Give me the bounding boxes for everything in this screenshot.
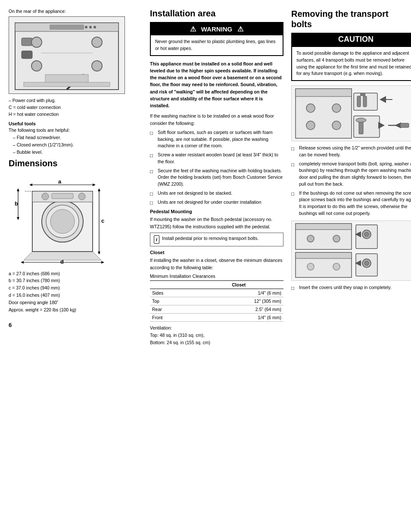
svg-text:a: a bbox=[58, 178, 62, 185]
legend-item-3: H = hot water connection bbox=[9, 111, 142, 118]
bold-paragraph: This appliance must be installed on a so… bbox=[150, 60, 283, 109]
caution-container: CAUTION To avoid possible damage to the … bbox=[291, 33, 411, 81]
warning-triangle-right: ⚠ bbox=[237, 25, 243, 33]
table-row: Top 12" (305 mm) bbox=[150, 297, 283, 305]
tool-item-1: Flat head screwdriver. bbox=[9, 134, 142, 141]
warning-header: ⚠ WARNING ⚠ bbox=[151, 23, 283, 35]
transport-diagram-top bbox=[291, 85, 411, 141]
dim-c: c = 37.0 inches (940 mm) bbox=[9, 284, 142, 292]
legend-list: – Power cord with plug. C = cold water c… bbox=[9, 97, 142, 118]
row-label-front: Front bbox=[150, 313, 194, 321]
legend-item-2: C = cold water connection bbox=[9, 104, 142, 111]
tools-list: Flat head screwdriver. Closed wrench (1/… bbox=[9, 134, 142, 156]
transport-check-3: If the bushings do not come out when rem… bbox=[291, 190, 411, 217]
dim-d: d = 16.0 inches (407 mm) bbox=[9, 292, 142, 299]
svg-rect-13 bbox=[45, 75, 88, 83]
svg-rect-49 bbox=[363, 96, 367, 107]
right-column: Removing the transport bolts CAUTION To … bbox=[291, 9, 411, 346]
svg-rect-2 bbox=[50, 25, 84, 30]
dimensions-list: a = 27.0 inches (686 mm) b = 30.7 inches… bbox=[9, 270, 142, 314]
warning-triangle-left: ⚠ bbox=[190, 25, 196, 33]
svg-marker-25 bbox=[29, 184, 32, 186]
svg-text:c: c bbox=[101, 218, 104, 224]
useful-tools-title: Useful tools bbox=[9, 121, 142, 126]
svg-rect-22 bbox=[52, 193, 73, 199]
closet-table: Closet Sides 1/4" (6 mm) Top 12" (305 mm… bbox=[150, 280, 283, 322]
svg-rect-60 bbox=[400, 123, 409, 128]
info-box: i Install pedestal prior to removing tra… bbox=[150, 233, 283, 247]
warning-body: Never ground the washer to plastic plumb… bbox=[151, 35, 283, 55]
closet-caption: Minimum Installation Clearances bbox=[150, 274, 283, 279]
svg-marker-38 bbox=[21, 261, 24, 264]
tool-item-2: Closed wrench (1/2"/13mm). bbox=[9, 141, 142, 149]
table-row: Rear 2.5" (64 mm) bbox=[150, 305, 283, 313]
svg-point-11 bbox=[92, 61, 102, 71]
title-line2: bolts bbox=[291, 19, 312, 29]
table-row: Sides 1/4" (6 mm) bbox=[150, 289, 283, 297]
transport-check-2: completely remove transport bolts (bolt,… bbox=[291, 161, 411, 188]
normal-paragraph: If the washing machine is to be installe… bbox=[150, 112, 283, 127]
svg-marker-35 bbox=[98, 252, 100, 255]
warning-box: ⚠ WARNING ⚠ Never ground the washer to p… bbox=[150, 22, 283, 56]
caution-header: CAUTION bbox=[291, 33, 411, 46]
check-item-5: Units are not designed for under counter… bbox=[150, 199, 283, 206]
svg-point-72 bbox=[333, 263, 340, 270]
svg-rect-14 bbox=[24, 82, 110, 87]
row-value-front: 1/4" (6 mm) bbox=[194, 313, 283, 321]
installation-area-title: Installation area bbox=[150, 9, 283, 19]
svg-point-55 bbox=[356, 118, 366, 122]
svg-point-9 bbox=[92, 37, 102, 47]
appliance-rear-diagram bbox=[9, 16, 125, 94]
svg-point-43 bbox=[306, 104, 315, 112]
svg-marker-31 bbox=[17, 217, 19, 220]
svg-point-64 bbox=[333, 235, 340, 242]
left-column: On the rear of the appliance: bbox=[9, 9, 142, 346]
svg-marker-26 bbox=[93, 184, 96, 186]
svg-rect-42 bbox=[296, 89, 352, 96]
closet-col-header: Closet bbox=[194, 280, 283, 289]
info-icon: i bbox=[154, 235, 159, 244]
check-item-3: Secure the feet of the washing machine w… bbox=[150, 168, 283, 188]
transport-diagram-bottom bbox=[291, 221, 411, 281]
transport-check-1: Release screws using the 1/2" wrench pro… bbox=[291, 145, 411, 159]
svg-point-8 bbox=[31, 37, 42, 47]
svg-marker-34 bbox=[98, 188, 100, 191]
row-label-rear: Rear bbox=[150, 305, 194, 313]
svg-point-23 bbox=[78, 193, 85, 200]
check-item-1: Soft floor surfaces, such as carpets or … bbox=[150, 129, 283, 149]
closet-text: If installing the washer in a closet, ob… bbox=[150, 257, 283, 271]
table-row: Front 1/4" (6 mm) bbox=[150, 313, 283, 321]
pedestal-text: If mounting the washer on the Bosch pede… bbox=[150, 216, 283, 230]
pedestal-title: Pedestal Mounting bbox=[150, 209, 283, 214]
weight: Approx. weight = 220 lbs (100 kg) bbox=[9, 306, 142, 314]
transport-checklist-2: Insert the covers until they snap in com… bbox=[291, 284, 411, 291]
check-item-4: Units are not designed to be stacked. bbox=[150, 190, 283, 197]
page-number: 6 bbox=[9, 322, 142, 328]
svg-point-45 bbox=[306, 121, 315, 130]
svg-point-71 bbox=[307, 263, 314, 270]
svg-point-19 bbox=[50, 209, 75, 233]
row-label-sides: Sides bbox=[150, 289, 194, 297]
row-value-top: 12" (305 mm) bbox=[194, 297, 283, 305]
svg-point-21 bbox=[42, 193, 49, 200]
title-line1: Removing the transport bbox=[291, 9, 389, 19]
tool-item-3: Bubble level. bbox=[9, 149, 142, 156]
svg-point-3 bbox=[85, 26, 87, 28]
dim-a: a = 27.0 inches (686 mm) bbox=[9, 270, 142, 277]
legend-item-1: – Power cord with plug. bbox=[9, 97, 142, 104]
dimensions-diagram: a b c d bbox=[9, 172, 125, 267]
svg-point-75 bbox=[364, 261, 369, 265]
svg-point-63 bbox=[307, 235, 314, 242]
svg-point-10 bbox=[31, 61, 42, 71]
svg-point-46 bbox=[332, 121, 341, 130]
dim-b: b = 30.7 inches (780 mm) bbox=[9, 277, 142, 284]
svg-text:b: b bbox=[15, 200, 18, 207]
svg-rect-48 bbox=[357, 96, 361, 107]
transport-checklist: Release screws using the 1/2" wrench pro… bbox=[291, 145, 411, 217]
row-value-rear: 2.5" (64 mm) bbox=[194, 305, 283, 313]
warning-text: Never ground the washer to plastic plumb… bbox=[155, 38, 278, 52]
door-angle: Door opening angle 180˚ bbox=[9, 299, 142, 306]
installation-checklist: Soft floor surfaces, such as carpets or … bbox=[150, 129, 283, 206]
svg-marker-51 bbox=[380, 96, 386, 103]
info-text: Install pedestal prior to removing trans… bbox=[162, 235, 258, 242]
